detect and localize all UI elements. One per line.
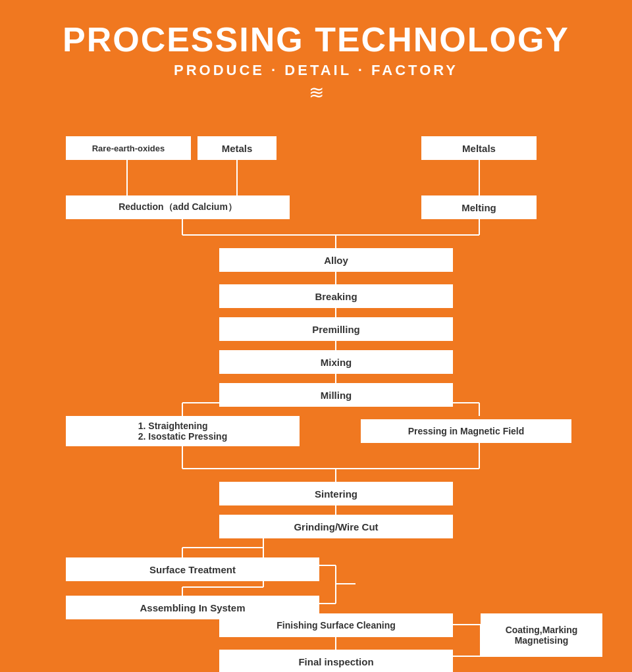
premilling-box: Premilling <box>219 317 453 341</box>
main-title: PROCESSING TECHNOLOGY <box>13 20 619 59</box>
pressing-box: Pressing in Magnetic Field <box>361 419 571 443</box>
breaking-box: Breaking <box>219 284 453 308</box>
header: PROCESSING TECHNOLOGY PRODUCE · DETAIL ·… <box>13 20 619 103</box>
flow-diagram: Rare-earth-oxides Metals Meltals Reducti… <box>20 123 612 672</box>
subtitle: PRODUCE · DETAIL · FACTORY <box>13 62 619 79</box>
coating-box: Coating,Marking Magnetising <box>481 613 602 657</box>
coating-label: Coating,Marking Magnetising <box>506 625 578 646</box>
finishing-box: Finishing Surface Cleaning <box>219 613 453 637</box>
straightening-label: 1. Straightening 2. Isostatic Pressing <box>138 421 227 442</box>
reduction-box: Reduction（add Calcium） <box>66 195 290 219</box>
final-inspection-box: Final inspection <box>219 650 453 672</box>
rare-earth-box: Rare-earth-oxides <box>66 136 191 160</box>
meltals-box: Meltals <box>421 136 537 160</box>
milling-box: Milling <box>219 383 453 407</box>
mixing-box: Mixing <box>219 350 453 374</box>
page-container: PROCESSING TECHNOLOGY PRODUCE · DETAIL ·… <box>0 0 632 672</box>
straightening-box: 1. Straightening 2. Isostatic Pressing <box>66 416 300 446</box>
alloy-box: Alloy <box>219 248 453 272</box>
grinding-box: Grinding/Wire Cut <box>219 515 453 538</box>
sintering-box: Sintering <box>219 482 453 505</box>
surface-box: Surface Treatment <box>66 557 319 581</box>
squiggle-icon: ≋ <box>13 82 619 103</box>
metals-box: Metals <box>198 136 276 160</box>
melting-box: Melting <box>421 195 537 219</box>
